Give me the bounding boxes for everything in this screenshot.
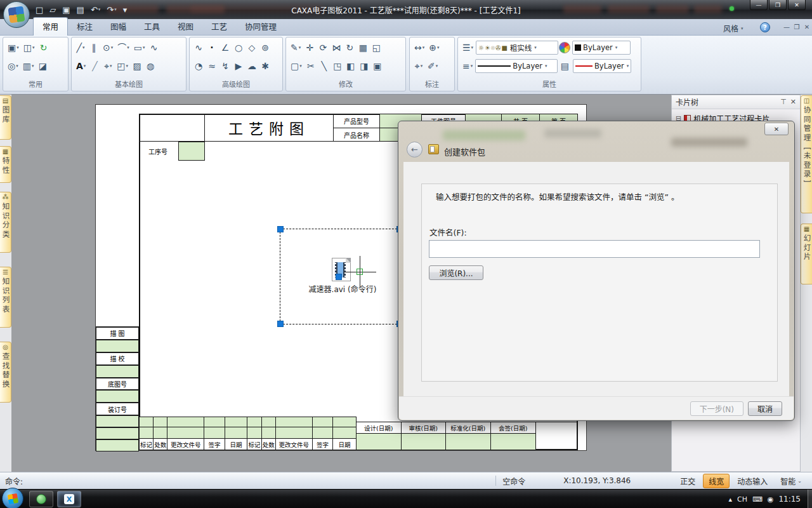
print-icon[interactable]: ▤ [74,4,87,15]
rotate-button[interactable]: ↻ [343,40,356,55]
toggle-dynamic-input[interactable]: 动态输入 [732,474,773,488]
save-icon[interactable]: ▣ [60,4,72,15]
clock[interactable]: 11:15 [778,495,801,504]
erase-button[interactable]: ✎▾ [289,40,303,55]
spline-button[interactable]: ∿ [148,40,160,55]
sidebar-tab-library[interactable]: ▤图库 [0,95,11,140]
frame-button[interactable]: ◧ [344,58,357,74]
local-detail-button[interactable]: ◰▾ [115,58,130,74]
bitmap-button[interactable]: ▣ [371,58,384,74]
pie-button[interactable]: ◔ [192,58,205,74]
layer-settings-button[interactable]: ☰▾ [461,40,475,55]
ellipse-button[interactable]: ○ [232,40,245,55]
polygon-button[interactable]: ◇ [246,40,258,55]
process-no-value[interactable] [178,142,205,161]
toggle-ortho[interactable]: 正交 [675,474,700,488]
color-wheel-icon[interactable] [559,42,570,53]
scale-button[interactable]: ◱ [370,40,383,55]
tab-gongju[interactable]: 工具 [135,18,169,36]
taskbar-app-caxa[interactable]: X [57,491,81,507]
line-button[interactable]: ╱▾ [74,40,87,55]
rotate-copy-button[interactable]: ⟳ [317,40,329,55]
sidebar-tab-knowledge-category[interactable]: ⁂知识分类 [0,192,11,253]
wave-line-button[interactable]: ≈ [206,58,218,74]
break-line-button[interactable]: ↯ [219,58,232,74]
extend-button[interactable]: ╲ [318,58,331,74]
color-dropdown[interactable]: ByLayer ▾ [572,41,631,55]
text-button[interactable]: A▾ [74,58,88,74]
start-button[interactable] [2,488,23,508]
paste-button[interactable]: ▣▾ [6,40,21,55]
new-file-icon[interactable]: □ [33,4,46,15]
cancel-button[interactable]: 取消 [748,401,782,416]
taskbar-app-antivirus[interactable] [29,491,53,507]
linetype-button[interactable]: ▤ [558,58,571,74]
filename-input[interactable] [429,240,760,258]
doc-restore-button[interactable]: ❐ [792,23,802,30]
margin-row-value[interactable] [96,427,139,439]
stretch-button[interactable]: ▢▾ [289,58,304,74]
refresh-button[interactable]: ↻ [37,40,50,55]
contour-button[interactable]: ☁ [246,58,258,74]
margin-row-value[interactable] [96,390,139,403]
margin-row-value[interactable] [96,340,139,352]
toolbar-customize-icon[interactable]: ▾ [121,4,130,15]
trim-button[interactable]: ✂ [304,58,317,74]
curve-button[interactable]: ∿ [192,40,205,55]
linewidth-button[interactable]: ≡▾ [461,58,475,74]
toggle-linewidth[interactable]: 线宽 [703,474,730,488]
circle-button[interactable]: ⊙▾ [101,40,115,55]
doc-close-button[interactable]: ✕ [802,23,812,30]
sidebar-tab-properties[interactable]: ▦特性 [0,146,11,183]
browse-button[interactable]: 浏览(R)... [429,265,483,280]
toggle-smart[interactable]: 智能⌄ [775,474,807,488]
dim-edit-button[interactable]: ✐▾ [426,58,440,74]
margin-row-value[interactable] [96,365,139,378]
tab-shitu[interactable]: 视图 [169,18,202,36]
tray-ime-icon[interactable]: ⌨ [752,495,763,504]
language-indicator[interactable]: CH [737,495,747,504]
zoom-button[interactable]: ◎▾ [6,58,20,74]
open-file-icon[interactable]: ▱ [47,4,58,15]
angle-line-button[interactable]: ∠ [219,40,232,55]
tab-xietong[interactable]: 协同管理 [236,18,285,36]
mirror-button[interactable]: ⋈ [330,40,343,55]
tab-changyong[interactable]: 常用 [33,17,68,36]
sidebar-tab-find-replace[interactable]: ◎查找替换 [0,342,11,403]
hatch-button[interactable]: ▨ [131,58,143,74]
margin-row-value[interactable] [96,415,139,427]
insert-image-button[interactable]: ▥▾ [21,58,36,74]
help-button[interactable]: ? [760,22,770,32]
leader-button[interactable]: ⌖▾ [102,58,114,74]
sidebar-tab-slides[interactable]: ▦幻灯片 [801,224,812,284]
move-button[interactable]: ✛ [303,40,316,55]
rectangle-button[interactable]: ▭▾ [132,40,147,55]
close-icon[interactable]: ✕ [790,98,796,106]
selection-handle[interactable] [277,321,284,327]
dialog-close-button[interactable]: ✕ [764,123,789,135]
linetype-dropdown[interactable]: ByLayer ▾ [573,59,631,73]
tab-gongyi[interactable]: 工艺 [202,18,236,36]
block-button[interactable]: ✱ [259,58,272,74]
pin-icon[interactable]: ⊤ [780,98,787,106]
show-desktop-button[interactable] [808,490,812,508]
tray-expand-icon[interactable]: ▴ [728,495,732,504]
linewidth-dropdown[interactable]: ByLayer ▾ [475,59,558,73]
explode-button[interactable]: ◨ [358,58,370,74]
window-minimize-button[interactable]: — [750,0,768,10]
tray-status-icon[interactable]: ◉ [768,495,774,504]
tangent-circle-button[interactable]: ⊚ [259,40,272,55]
layer-dropdown[interactable]: ☼☀⌾✇■ 粗实线 ▾ [476,41,558,55]
app-menu-button[interactable] [3,1,30,28]
command-prompt-label[interactable]: 命令: [5,476,23,486]
shear-button[interactable]: ◳ [331,58,344,74]
section-line-button[interactable]: ╱ [88,58,101,74]
tab-tufu[interactable]: 图幅 [102,18,135,36]
sidebar-tab-knowledge-list[interactable]: ☰知识列表 [0,267,11,328]
array-button[interactable]: ▦ [357,40,369,55]
point-button[interactable]: · [206,40,218,55]
sidebar-tab-collab[interactable]: ◫协同管理 [未登录] [801,95,812,213]
copy-button[interactable]: ◫▾ [22,40,37,55]
dimension-button[interactable]: ↔▾ [412,40,426,55]
insert-point-handle[interactable] [336,274,342,280]
